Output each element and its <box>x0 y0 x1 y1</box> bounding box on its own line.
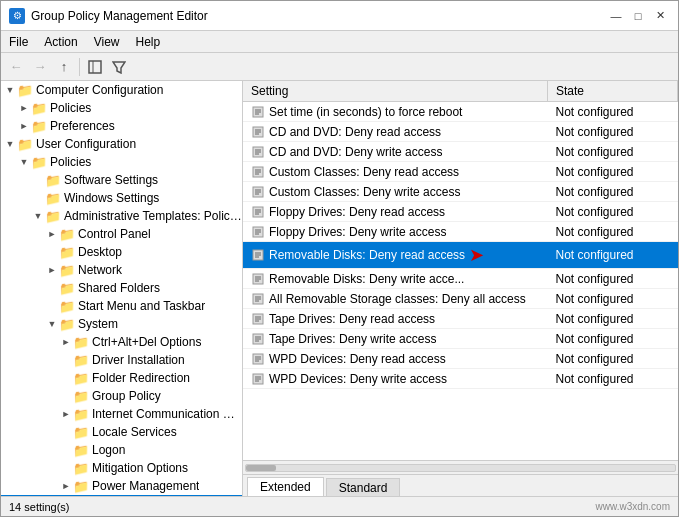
toggle-policies2[interactable]: ▼ <box>17 155 31 169</box>
table-row[interactable]: CD and DVD: Deny read accessNot configur… <box>243 122 678 142</box>
forward-button[interactable]: → <box>29 56 51 78</box>
cell-state: Not configured <box>548 182 678 202</box>
folder-icon-driver-install: 📁 <box>73 352 89 368</box>
table-row[interactable]: All Removable Storage classes: Deny all … <box>243 289 678 309</box>
tree-item-admin-templates[interactable]: ▼ 📁 Administrative Templates: Policy d..… <box>1 207 242 225</box>
table-area: Setting State Set time (in seconds) to f… <box>243 81 678 460</box>
table-row[interactable]: WPD Devices: Deny write accessNot config… <box>243 369 678 389</box>
setting-label: CD and DVD: Deny read access <box>269 125 441 139</box>
tree-item-system[interactable]: ▼ 📁 System <box>1 315 242 333</box>
toggle-policies[interactable]: ► <box>17 101 31 115</box>
tab-standard[interactable]: Standard <box>326 478 401 496</box>
tree-item-policies[interactable]: ► 📁 Policies <box>1 99 242 117</box>
tab-extended[interactable]: Extended <box>247 477 324 496</box>
scrollbar-thumb[interactable] <box>246 465 276 471</box>
menu-help[interactable]: Help <box>128 33 169 50</box>
toggle-internet-comm[interactable]: ► <box>59 407 73 421</box>
setting-icon <box>251 292 265 306</box>
tree-item-user-config[interactable]: ▼ 📁 User Configuration <box>1 135 242 153</box>
red-arrow-indicator: ➤ <box>469 244 484 266</box>
table-header-row: Setting State <box>243 81 678 102</box>
folder-icon-ctrl-alt-del: 📁 <box>73 334 89 350</box>
svg-marker-2 <box>113 62 125 73</box>
table-row[interactable]: Floppy Drives: Deny write accessNot conf… <box>243 222 678 242</box>
setting-icon <box>251 105 265 119</box>
toggle-control-panel[interactable]: ► <box>45 227 59 241</box>
tree-item-windows-settings[interactable]: ► 📁 Windows Settings <box>1 189 242 207</box>
tree-item-computer-config[interactable]: ▼ 📁 Computer Configuration <box>1 81 242 99</box>
table-row[interactable]: Custom Classes: Deny read accessNot conf… <box>243 162 678 182</box>
show-hide-button[interactable] <box>84 56 106 78</box>
app-icon: ⚙ <box>9 8 25 24</box>
filter-button[interactable] <box>108 56 130 78</box>
table-row[interactable]: Tape Drives: Deny read accessNot configu… <box>243 309 678 329</box>
cell-state: Not configured <box>548 309 678 329</box>
toggle-computer-config[interactable]: ▼ <box>3 83 17 97</box>
toggle-admin-templates[interactable]: ▼ <box>31 209 45 223</box>
tree-item-desktop[interactable]: ► 📁 Desktop <box>1 243 242 261</box>
menu-action[interactable]: Action <box>36 33 85 50</box>
setting-label: Removable Disks: Deny read access <box>269 248 465 262</box>
svg-rect-0 <box>89 61 101 73</box>
window-title: Group Policy Management Editor <box>31 9 208 23</box>
folder-icon-power-mgmt: 📁 <box>73 478 89 494</box>
tree-item-logon[interactable]: ► 📁 Logon <box>1 441 242 459</box>
tree-item-shared-folders[interactable]: ► 📁 Shared Folders <box>1 279 242 297</box>
tree-item-software-settings[interactable]: ► 📁 Software Settings <box>1 171 242 189</box>
setting-icon <box>251 248 265 262</box>
tree-item-group-policy[interactable]: ► 📁 Group Policy <box>1 387 242 405</box>
menu-view[interactable]: View <box>86 33 128 50</box>
maximize-button[interactable]: □ <box>628 7 648 25</box>
label-policies2: Policies <box>50 155 91 169</box>
toggle-network[interactable]: ► <box>45 263 59 277</box>
tree-item-policies2[interactable]: ▼ 📁 Policies <box>1 153 242 171</box>
menu-file[interactable]: File <box>1 33 36 50</box>
table-row[interactable]: Set time (in seconds) to force rebootNot… <box>243 102 678 122</box>
toggle-user-config[interactable]: ▼ <box>3 137 17 151</box>
cell-state: Not configured <box>548 242 678 269</box>
toggle-power-mgmt[interactable]: ► <box>59 479 73 493</box>
up-button[interactable]: ↑ <box>53 56 75 78</box>
tree-item-control-panel[interactable]: ► 📁 Control Panel <box>1 225 242 243</box>
tree-item-driver-install[interactable]: ► 📁 Driver Installation <box>1 351 242 369</box>
table-row[interactable]: Removable Disks: Deny read access➤Not co… <box>243 242 678 269</box>
menu-bar: File Action View Help <box>1 31 678 53</box>
tree-item-network[interactable]: ► 📁 Network <box>1 261 242 279</box>
tree-item-mitigation[interactable]: ► 📁 Mitigation Options <box>1 459 242 477</box>
label-folder-redirect: Folder Redirection <box>92 371 190 385</box>
folder-icon-mitigation: 📁 <box>73 460 89 476</box>
toggle-system[interactable]: ▼ <box>45 317 59 331</box>
tree-item-power-mgmt[interactable]: ► 📁 Power Management <box>1 477 242 495</box>
toggle-preferences[interactable]: ► <box>17 119 31 133</box>
label-group-policy: Group Policy <box>92 389 161 403</box>
tree-item-folder-redirect[interactable]: ► 📁 Folder Redirection <box>1 369 242 387</box>
tree-item-start-menu[interactable]: ► 📁 Start Menu and Taskbar <box>1 297 242 315</box>
folder-icon-locale-services: 📁 <box>73 424 89 440</box>
toggle-ctrl-alt-del[interactable]: ► <box>59 335 73 349</box>
table-row[interactable]: WPD Devices: Deny read accessNot configu… <box>243 349 678 369</box>
tree-item-internet-comm[interactable]: ► 📁 Internet Communication M... <box>1 405 242 423</box>
table-row[interactable]: CD and DVD: Deny write accessNot configu… <box>243 142 678 162</box>
table-row[interactable]: Custom Classes: Deny write accessNot con… <box>243 182 678 202</box>
cell-state: Not configured <box>548 369 678 389</box>
table-row[interactable]: Tape Drives: Deny write accessNot config… <box>243 329 678 349</box>
tree-panel: ▼ 📁 Computer Configuration ► 📁 Policies … <box>1 81 243 496</box>
tree-item-preferences[interactable]: ► 📁 Preferences <box>1 117 242 135</box>
cell-state: Not configured <box>548 289 678 309</box>
minimize-button[interactable]: — <box>606 7 626 25</box>
folder-icon-group-policy: 📁 <box>73 388 89 404</box>
folder-icon-windows-settings: 📁 <box>45 190 61 206</box>
label-control-panel: Control Panel <box>78 227 151 241</box>
back-button[interactable]: ← <box>5 56 27 78</box>
h-scrollbar[interactable] <box>243 460 678 474</box>
tree-item-ctrl-alt-del[interactable]: ► 📁 Ctrl+Alt+Del Options <box>1 333 242 351</box>
folder-icon-preferences: 📁 <box>31 118 47 134</box>
tree-item-locale-services[interactable]: ► 📁 Locale Services <box>1 423 242 441</box>
table-row[interactable]: Removable Disks: Deny write acce...Not c… <box>243 269 678 289</box>
setting-label: Tape Drives: Deny write access <box>269 332 436 346</box>
settings-table: Setting State Set time (in seconds) to f… <box>243 81 678 389</box>
cell-setting: Tape Drives: Deny read access <box>243 309 548 329</box>
table-row[interactable]: Floppy Drives: Deny read accessNot confi… <box>243 202 678 222</box>
folder-icon-policies: 📁 <box>31 100 47 116</box>
close-button[interactable]: ✕ <box>650 7 670 25</box>
